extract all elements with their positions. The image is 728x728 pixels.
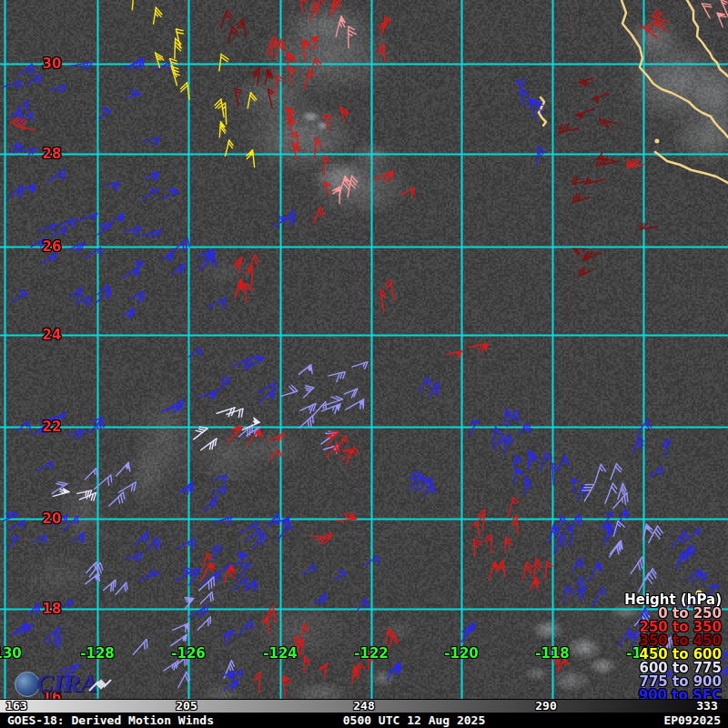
lat-label: 24 — [43, 327, 62, 343]
colorbar-tick: 205 — [176, 700, 197, 713]
lon-label: -130 — [0, 645, 22, 662]
storm-id: EP092025 — [663, 713, 721, 727]
status-bar: GOES-18: Derived Motion Winds 0500 UTC 1… — [0, 713, 728, 728]
lat-label: 18 — [43, 601, 62, 617]
lon-label: -122 — [354, 645, 389, 662]
goes18-dmw-product-window: 3028262422201816 -130-128-126-124-122-12… — [0, 0, 728, 728]
lat-label: 20 — [43, 511, 62, 527]
lat-label: 30 — [43, 56, 62, 72]
lon-label: -118 — [535, 645, 570, 662]
product-title: GOES-18: Derived Motion Winds — [7, 713, 214, 727]
lat-label: 26 — [43, 238, 62, 255]
satellite-map-canvas — [0, 0, 728, 699]
colorbar-tick: 248 — [353, 700, 374, 713]
colorbar-tick: 163 — [5, 700, 26, 713]
valid-time: 0500 UTC 12 Aug 2025 — [343, 713, 486, 727]
brightness-temp-colorbar: 163205248290333 — [0, 699, 728, 713]
lat-label: 22 — [43, 419, 62, 435]
colorbar-tick: 333 — [696, 700, 717, 713]
lon-label: -120 — [444, 645, 479, 662]
cira-logo: CIRA — [15, 669, 133, 700]
satellite-icon — [86, 672, 116, 696]
lon-label: -124 — [263, 645, 298, 662]
colorbar-tick: 290 — [535, 700, 556, 713]
legend-entries: 0 to 250250 to 350350 to 450450 to 60060… — [624, 607, 722, 703]
lon-label: -128 — [80, 645, 115, 662]
lon-label: -126 — [171, 645, 206, 662]
lat-label: 28 — [43, 146, 62, 162]
height-legend: Height (hPa) 0 to 250250 to 350350 to 45… — [624, 593, 722, 703]
